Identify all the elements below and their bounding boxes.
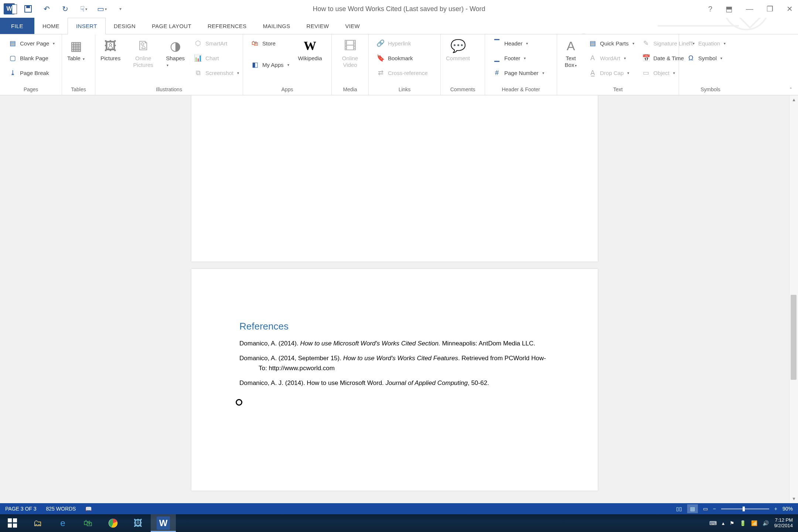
redo-icon[interactable]: ↻	[60, 4, 70, 14]
zoom-out-icon[interactable]: −	[713, 506, 716, 512]
chart-icon: 📊	[194, 54, 202, 62]
equation-button[interactable]: πEquation▾	[683, 36, 729, 51]
tab-view[interactable]: VIEW	[337, 18, 368, 34]
wikipedia-button[interactable]: WWikipedia	[293, 34, 327, 61]
screenshot-button[interactable]: ⧉Screenshot▾	[190, 65, 243, 80]
table-icon: ▦	[68, 37, 85, 54]
page-number-button[interactable]: #Page Number▾	[489, 65, 548, 80]
page-break-icon: ⤓	[8, 68, 17, 77]
screenshot-icon: ⧉	[194, 68, 202, 77]
file-explorer-icon[interactable]: 🗂	[25, 514, 50, 532]
minimize-icon[interactable]: —	[746, 5, 753, 13]
save-icon[interactable]	[23, 4, 33, 14]
tray-up-icon[interactable]: ▴	[722, 520, 724, 526]
pictures-icon: 🖼	[102, 37, 119, 54]
ribbon-tabs: FILE HOME INSERT DESIGN PAGE LAYOUT REFE…	[0, 18, 798, 34]
zoom-slider[interactable]	[721, 508, 769, 509]
flag-icon[interactable]: ⚑	[730, 520, 734, 526]
network-icon[interactable]: 📶	[751, 520, 757, 526]
header-button[interactable]: ▔Header▾	[489, 36, 548, 51]
web-layout-icon[interactable]: ▭	[703, 506, 708, 512]
photos-icon[interactable]: 🖼	[126, 514, 151, 532]
window-icon[interactable]: ▭▾	[97, 4, 107, 14]
blank-page-button[interactable]: ▢Blank Page	[4, 51, 58, 65]
tab-insert[interactable]: INSERT	[68, 18, 106, 34]
online-video-icon: 🎞	[342, 37, 359, 54]
qat-customize-icon[interactable]: ▾	[115, 4, 126, 14]
undo-icon[interactable]: ↶	[41, 4, 52, 14]
zoom-in-icon[interactable]: +	[774, 506, 777, 512]
touch-mode-icon[interactable]: ☟▾	[78, 4, 89, 14]
quick-parts-button[interactable]: ▤Quick Parts▾	[584, 36, 638, 51]
cover-page-button[interactable]: ▤Cover Page▾	[4, 36, 58, 51]
shapes-icon: ◑	[167, 37, 184, 54]
smartart-button[interactable]: ⬡SmartArt	[190, 36, 243, 51]
word-count[interactable]: 825 WORDS	[46, 506, 76, 512]
scroll-up-icon[interactable]: ▲	[790, 95, 798, 104]
read-mode-icon[interactable]: ▯▯	[676, 506, 682, 512]
tab-mailings[interactable]: MAILINGS	[255, 18, 298, 34]
table-button[interactable]: ▦Table ▾	[62, 34, 90, 61]
comment-button[interactable]: 💬Comment	[441, 34, 475, 61]
help-icon[interactable]: ?	[708, 5, 712, 13]
pictures-button[interactable]: 🖼Pictures	[95, 34, 126, 61]
battery-icon[interactable]: 🔋	[740, 520, 746, 526]
tab-references[interactable]: REFERENCES	[200, 18, 255, 34]
document-title: How to use Word Works Cited (Last saved …	[313, 5, 485, 13]
collapse-ribbon-icon[interactable]: ˄	[790, 87, 792, 93]
tab-page-layout[interactable]: PAGE LAYOUT	[144, 18, 200, 34]
vertical-scrollbar[interactable]: ▲ ▼	[789, 95, 798, 503]
online-pictures-icon: 🖻	[135, 37, 152, 54]
hyperlink-icon: 🔗	[376, 39, 385, 48]
online-video-button[interactable]: 🎞Online Video	[332, 34, 368, 68]
wordart-button[interactable]: AWordArt▾	[584, 51, 638, 65]
chrome-icon[interactable]	[100, 514, 126, 532]
cross-reference-button[interactable]: ⇄Cross-reference	[372, 65, 432, 80]
my-apps-button[interactable]: ◧My Apps▾	[247, 57, 293, 72]
scroll-thumb[interactable]	[791, 295, 797, 380]
group-label-links: Links	[369, 85, 440, 95]
close-icon[interactable]: ✕	[787, 4, 793, 13]
reference-entry: Domanico, A. J. (2014). How to use Micro…	[239, 378, 550, 388]
tab-design[interactable]: DESIGN	[106, 18, 144, 34]
symbol-button[interactable]: ΩSymbol▾	[683, 51, 729, 65]
zoom-level[interactable]: 90%	[782, 506, 793, 512]
online-pictures-button[interactable]: 🖻Online Pictures	[126, 34, 161, 68]
cursor-indicator	[236, 399, 242, 406]
bookmark-button[interactable]: 🔖Bookmark	[372, 51, 432, 65]
text-box-button[interactable]: AText Box▾	[557, 34, 584, 68]
word-taskbar-icon[interactable]: W	[151, 514, 176, 532]
page-break-button[interactable]: ⤓Page Break	[4, 65, 58, 80]
group-label-symbols: Symbols	[679, 85, 742, 95]
store-app-icon[interactable]: 🛍	[75, 514, 100, 532]
footer-button[interactable]: ▁Footer▾	[489, 51, 548, 65]
document-area[interactable]: References Domanico, A. (2014). How to u…	[0, 95, 789, 503]
scroll-down-icon[interactable]: ▼	[790, 494, 798, 503]
store-button[interactable]: 🛍Store	[247, 36, 293, 51]
start-button[interactable]	[0, 514, 25, 532]
header-icon: ▔	[492, 39, 501, 48]
tab-file[interactable]: FILE	[0, 18, 34, 34]
blank-page-icon: ▢	[8, 54, 17, 62]
group-label-tables: Tables	[62, 85, 95, 95]
spell-check-icon[interactable]: 📖	[85, 506, 92, 512]
shapes-button[interactable]: ◑Shapes ▾	[161, 34, 190, 68]
cross-reference-icon: ⇄	[376, 68, 385, 77]
volume-icon[interactable]: 🔊	[763, 520, 769, 526]
group-label-comments: Comments	[441, 85, 485, 95]
taskbar: 🗂 e 🛍 🖼 W ⌨ ▴ ⚑ 🔋 📶 🔊 7:12 PM9/2/2014	[0, 514, 798, 532]
page-indicator[interactable]: PAGE 3 OF 3	[5, 506, 37, 512]
clock[interactable]: 7:12 PM9/2/2014	[774, 518, 793, 529]
ribbon-display-icon[interactable]: ⬒	[726, 4, 733, 13]
chart-button[interactable]: 📊Chart	[190, 51, 243, 65]
reference-entry: Domanico, A. (2014, September 15). How t…	[239, 354, 550, 373]
tab-home[interactable]: HOME	[34, 18, 68, 34]
tab-review[interactable]: REVIEW	[299, 18, 337, 34]
restore-icon[interactable]: ❐	[767, 4, 773, 13]
drop-cap-button[interactable]: A̲Drop Cap▾	[584, 65, 638, 80]
ie-icon[interactable]: e	[50, 514, 75, 532]
comment-icon: 💬	[450, 37, 467, 54]
print-layout-icon[interactable]: ▤	[687, 504, 698, 513]
hyperlink-button[interactable]: 🔗Hyperlink	[372, 36, 432, 51]
keyboard-icon[interactable]: ⌨	[709, 520, 717, 526]
